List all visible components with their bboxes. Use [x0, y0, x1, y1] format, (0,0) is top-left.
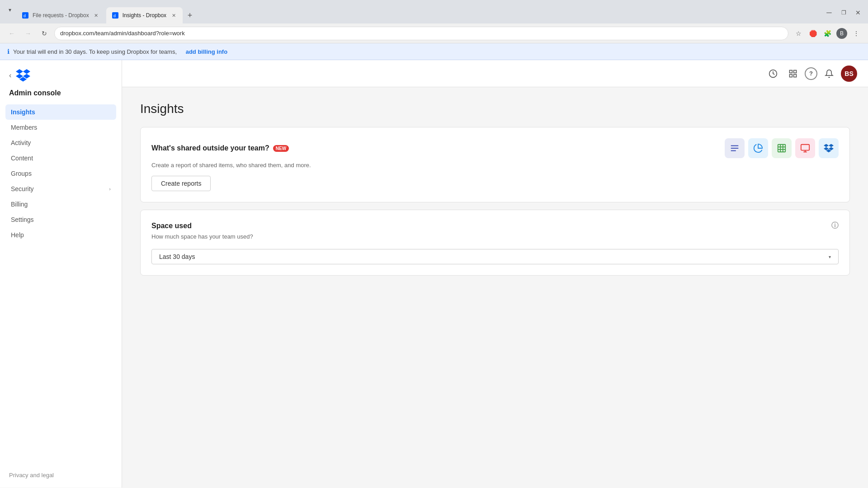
- sidebar-logo-area: ‹: [0, 60, 122, 89]
- shared-outside-card-header: What's shared outside your team? NEW: [151, 138, 839, 158]
- svg-rect-7: [790, 74, 793, 77]
- app-layout: ‹ Admin console Insights Members Activit…: [0, 60, 868, 488]
- top-bar: ? BS: [122, 60, 868, 87]
- sidebar-item-insights[interactable]: Insights: [5, 104, 116, 120]
- notifications-icon[interactable]: [821, 66, 837, 82]
- sidebar-label-content: Content: [11, 155, 111, 162]
- sidebar: ‹ Admin console Insights Members Activit…: [0, 60, 122, 488]
- sidebar-footer: Privacy and legal: [0, 471, 122, 479]
- sidebar-label-security: Security: [11, 185, 109, 192]
- minimize-button[interactable]: ─: [823, 6, 835, 19]
- sidebar-item-billing[interactable]: Billing: [5, 197, 116, 212]
- file-type-icons: [725, 138, 839, 158]
- grid-icon[interactable]: [785, 66, 801, 82]
- sidebar-label-groups: Groups: [11, 170, 111, 177]
- address-bar[interactable]: dropbox.com/team/admin/dashboard?role=wo…: [54, 27, 788, 40]
- dropdown-arrow-icon: ▾: [829, 254, 831, 259]
- sidebar-label-settings: Settings: [11, 216, 111, 223]
- menu-button[interactable]: ⋮: [850, 27, 863, 40]
- trial-banner-text: Your trial will end in 30 days. To keep …: [13, 48, 177, 55]
- create-reports-button[interactable]: Create reports: [151, 176, 211, 191]
- profile-icon[interactable]: B: [835, 27, 848, 40]
- browser-chrome: ▾ d File requests - Dropbox ✕ d Insights…: [0, 0, 868, 43]
- tab-bar: d File requests - Dropbox ✕ d Insights -…: [16, 4, 823, 23]
- add-billing-link[interactable]: add billing info: [186, 48, 227, 55]
- privacy-legal-link[interactable]: Privacy and legal: [9, 472, 54, 479]
- maximize-button[interactable]: ❐: [837, 6, 850, 19]
- clock-icon[interactable]: [765, 66, 781, 82]
- sidebar-item-settings[interactable]: Settings: [5, 212, 116, 227]
- svg-text:d: d: [113, 14, 116, 18]
- doc-icon[interactable]: [725, 138, 745, 158]
- content-wrapper: ? BS Insights What's shared outside your…: [122, 60, 868, 488]
- shared-outside-card-content: What's shared outside your team? NEW: [141, 127, 849, 202]
- sidebar-label-activity: Activity: [11, 139, 111, 146]
- chevron-right-icon: ›: [109, 186, 111, 192]
- sidebar-item-help[interactable]: Help: [5, 227, 116, 243]
- info-icon: ℹ: [7, 48, 9, 55]
- dropbox-logo[interactable]: ‹: [9, 69, 113, 82]
- sidebar-label-insights: Insights: [11, 108, 111, 116]
- space-used-card: Space used ⓘ How much space has your tea…: [140, 210, 850, 276]
- toolbar-icons: ☆ 🛑 🧩 B ⋮: [792, 27, 863, 40]
- space-info-icon[interactable]: ⓘ: [831, 221, 839, 230]
- new-tab-button[interactable]: +: [184, 9, 196, 22]
- sidebar-item-activity[interactable]: Activity: [5, 135, 116, 150]
- sidebar-item-members[interactable]: Members: [5, 120, 116, 135]
- page-title: Insights: [140, 102, 850, 116]
- shared-outside-desc: Create a report of shared items, who sha…: [151, 162, 839, 169]
- space-used-header: Space used ⓘ: [151, 221, 839, 230]
- svg-rect-5: [790, 70, 793, 73]
- powerpoint-icon[interactable]: [795, 138, 815, 158]
- forward-button[interactable]: →: [22, 27, 34, 40]
- space-used-desc: How much space has your team used?: [151, 233, 839, 240]
- tab-file-requests[interactable]: d File requests - Dropbox ✕: [16, 7, 105, 23]
- sidebar-item-security[interactable]: Security ›: [5, 181, 116, 197]
- sidebar-label-help: Help: [11, 231, 111, 239]
- shared-outside-card: What's shared outside your team? NEW: [140, 127, 850, 202]
- sidebar-label-billing: Billing: [11, 201, 111, 208]
- address-bar-row: ← → ↻ dropbox.com/team/admin/dashboard?r…: [0, 23, 868, 43]
- new-badge: NEW: [273, 145, 289, 152]
- tab2-favicon: d: [112, 12, 119, 19]
- pie-chart-icon[interactable]: [748, 138, 768, 158]
- tab-group-button[interactable]: ▾: [4, 4, 16, 16]
- dropbox-icon: [16, 69, 30, 82]
- address-url: dropbox.com/team/admin/dashboard?role=wo…: [60, 30, 783, 37]
- tab-insights[interactable]: d Insights - Dropbox ✕: [106, 7, 183, 23]
- svg-text:d: d: [24, 14, 26, 18]
- tab1-favicon: d: [22, 12, 29, 19]
- svg-rect-8: [794, 74, 797, 77]
- space-used-title: Space used: [151, 222, 192, 230]
- profile-letter: B: [840, 30, 844, 37]
- content-main: Insights What's shared outside your team…: [122, 87, 868, 488]
- shared-outside-title: What's shared outside your team?: [151, 144, 269, 152]
- back-arrow-icon[interactable]: ‹: [9, 71, 11, 80]
- reload-button[interactable]: ↻: [38, 27, 51, 40]
- dropbox-file-icon[interactable]: [819, 138, 839, 158]
- adblocker-icon[interactable]: 🛑: [807, 27, 819, 40]
- time-period-dropdown[interactable]: Last 30 days ▾: [151, 249, 839, 264]
- spreadsheet-icon[interactable]: [772, 138, 792, 158]
- trial-banner: ℹ Your trial will end in 30 days. To kee…: [0, 43, 868, 60]
- tab1-close[interactable]: ✕: [93, 12, 100, 19]
- card-title-row: What's shared outside your team? NEW: [151, 144, 289, 152]
- sidebar-item-groups[interactable]: Groups: [5, 166, 116, 181]
- svg-rect-6: [794, 70, 797, 73]
- close-button[interactable]: ✕: [852, 6, 864, 19]
- admin-console-label: Admin console: [0, 89, 122, 104]
- svg-rect-17: [801, 145, 809, 150]
- dropdown-label: Last 30 days: [159, 253, 195, 260]
- help-icon[interactable]: ?: [805, 67, 817, 80]
- user-avatar[interactable]: BS: [841, 66, 857, 82]
- tab1-title: File requests - Dropbox: [33, 12, 89, 19]
- sidebar-label-members: Members: [11, 124, 111, 131]
- sidebar-nav: Insights Members Activity Content Groups…: [0, 104, 122, 471]
- extensions-icon[interactable]: 🧩: [821, 27, 834, 40]
- svg-rect-12: [778, 145, 786, 152]
- bookmark-icon[interactable]: ☆: [792, 27, 805, 40]
- sidebar-item-content[interactable]: Content: [5, 150, 116, 166]
- back-button[interactable]: ←: [5, 27, 18, 40]
- tab2-title: Insights - Dropbox: [123, 12, 166, 19]
- tab2-close[interactable]: ✕: [170, 12, 177, 19]
